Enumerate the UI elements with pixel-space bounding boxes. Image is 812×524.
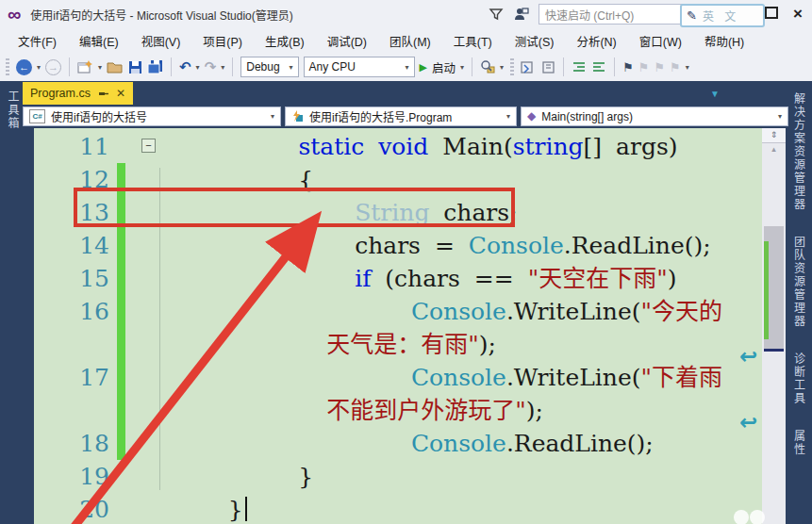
change-tracking-bar xyxy=(117,361,125,394)
back-dropdown-icon[interactable]: ▾ xyxy=(37,63,41,72)
undo-dropdown-icon[interactable]: ▾ xyxy=(196,63,200,72)
maximize-button[interactable] xyxy=(763,7,780,22)
uncomment-icon[interactable] xyxy=(540,60,555,74)
new-dropdown-icon[interactable]: ▾ xyxy=(98,63,102,72)
annotation-highlight-box xyxy=(74,188,515,227)
close-button[interactable]: × xyxy=(789,5,806,24)
open-file-icon[interactable] xyxy=(107,60,124,74)
pin-icon[interactable] xyxy=(98,89,108,99)
code-text: Console.WriteLine("今天的 xyxy=(129,295,722,328)
menu-item-0[interactable]: 文件(F) xyxy=(8,28,67,54)
right-tab-2[interactable]: 诊断工具 xyxy=(791,349,807,409)
menu-item-2[interactable]: 视图(V) xyxy=(131,28,191,54)
navigate-forward-icon[interactable]: → xyxy=(45,59,61,75)
member-dropdown-icon: ▾ xyxy=(778,112,782,121)
find-dropdown-icon[interactable]: ▾ xyxy=(500,63,504,72)
ime-logo-icon: ✎ xyxy=(687,8,697,23)
menu-item-11[interactable]: 帮助(H) xyxy=(694,28,754,54)
clear-bookmarks-icon[interactable]: ⚑ xyxy=(670,60,681,74)
modified-lines-marker xyxy=(764,241,769,339)
separator xyxy=(171,57,172,76)
tab-label: Program.cs xyxy=(30,87,91,100)
change-tracking-bar xyxy=(117,460,125,493)
toggle-bookmark-icon[interactable]: ⚑ xyxy=(622,60,634,74)
code-line[interactable]: 14 chars = Console.ReadLine(); xyxy=(34,229,762,262)
menu-items: 文件(F)编辑(E)视图(V)项目(P)生成(B)调试(D)团队(M)工具(T)… xyxy=(0,28,754,54)
ime-indicator[interactable]: ✎ 英 文 xyxy=(680,4,765,27)
code-text: static void Main(string[] args) xyxy=(129,130,677,163)
solution-configuration-select[interactable]: Debug ▾ xyxy=(240,57,298,77)
splitter-handle-icon[interactable]: ⇕ xyxy=(762,128,786,143)
code-line[interactable]: 16 Console.WriteLine("今天的 xyxy=(34,295,762,328)
toolbar-grip-handle[interactable] xyxy=(510,58,514,75)
decrease-indent-icon[interactable] xyxy=(572,60,587,74)
code-line[interactable]: 天气是：有雨"); xyxy=(34,328,762,361)
right-tool-tabs: 解决方案资源管理器团队资源管理器诊断工具属性 xyxy=(786,81,812,524)
toolbar-grip-handle[interactable] xyxy=(6,58,9,75)
toolbar-overflow-icon[interactable]: ▾ xyxy=(686,63,689,72)
word-wrap-return-icon: ↩ xyxy=(739,344,757,369)
comment-out-icon[interactable] xyxy=(521,60,536,74)
menu-item-7[interactable]: 工具(T) xyxy=(443,28,503,54)
outline-collapse-icon[interactable]: − xyxy=(141,139,156,153)
project-dropdown-icon: ▾ xyxy=(271,112,274,121)
redo-icon[interactable]: ↷ xyxy=(205,58,217,75)
code-line[interactable]: 17 Console.WriteLine("下着雨 xyxy=(34,361,762,394)
right-tab-0[interactable]: 解决方案资源管理器 xyxy=(791,89,807,215)
project-dropdown[interactable]: C# 使用if语句的大括号 ▾ xyxy=(23,106,281,126)
menu-item-9[interactable]: 分析(N) xyxy=(566,28,626,54)
save-all-icon[interactable] xyxy=(147,59,163,74)
menu-item-6[interactable]: 团队(M) xyxy=(379,28,441,54)
menu-item-3[interactable]: 项目(P) xyxy=(192,28,253,54)
menu-item-8[interactable]: 测试(S) xyxy=(505,28,565,54)
start-dropdown-icon[interactable]: ▾ xyxy=(460,63,464,72)
change-tracking-bar xyxy=(117,130,125,163)
change-tracking-bar xyxy=(117,229,125,262)
watermark-dot xyxy=(734,510,749,524)
toolbar: ← ▾ → ▾ ↶ ▾ ↷ ▾ Debug ▾ Any CPU ▾ ▶ 启动 ▾… xyxy=(0,53,812,81)
code-line[interactable]: 19 } xyxy=(34,460,762,493)
increase-indent-icon[interactable] xyxy=(591,60,606,74)
tab-close-icon[interactable]: ✕ xyxy=(116,87,125,100)
separator xyxy=(563,57,564,76)
code-line[interactable]: 20 } xyxy=(34,493,762,524)
code-line[interactable]: 不能到户外游玩了"); xyxy=(34,394,762,427)
feedback-person-icon[interactable] xyxy=(513,7,529,22)
right-tab-1[interactable]: 团队资源管理器 xyxy=(791,232,807,332)
separator xyxy=(69,57,70,76)
menu-item-5[interactable]: 调试(D) xyxy=(317,28,377,54)
undo-icon[interactable]: ↶ xyxy=(179,58,191,75)
type-dropdown[interactable]: 使用if语句的大括号.Program ▾ xyxy=(285,106,517,126)
code-line[interactable]: 15 if (chars == "天空在下雨") xyxy=(34,262,762,295)
title-bar: ∞ 使用if语句的大括号 - Microsoft Visual Studio(管… xyxy=(0,0,812,28)
navigate-back-icon[interactable]: ← xyxy=(16,59,32,75)
start-debug-label[interactable]: 启动 xyxy=(432,58,456,76)
next-bookmark-icon[interactable]: ⚑ xyxy=(654,60,665,74)
separator xyxy=(472,57,472,76)
prev-bookmark-icon[interactable]: ⚑ xyxy=(638,60,650,74)
class-icon xyxy=(291,110,304,123)
feedback-funnel-icon[interactable] xyxy=(489,7,504,22)
change-tracking-bar xyxy=(117,493,125,524)
scroll-up-icon[interactable]: ▴ xyxy=(762,144,786,154)
start-debug-icon[interactable]: ▶ xyxy=(420,61,427,74)
sidebar-tab-toolbox[interactable]: 工具箱 xyxy=(0,85,21,136)
code-line[interactable]: 18 Console.ReadLine(); xyxy=(34,427,762,460)
navbar-collapse-icon[interactable]: ▼ xyxy=(710,89,720,99)
member-dropdown[interactable]: ◆ Main(string[] args) ▾ xyxy=(521,106,788,126)
code-text: } xyxy=(129,460,313,493)
vertical-scrollbar[interactable]: ⇕ ▴ xyxy=(762,128,786,524)
right-tab-3[interactable]: 属性 xyxy=(791,426,807,460)
menu-item-4[interactable]: 生成(B) xyxy=(255,28,315,54)
text-caret xyxy=(245,497,247,521)
menu-item-10[interactable]: 窗口(W) xyxy=(629,28,692,54)
tab-program-cs[interactable]: Program.cs ✕ xyxy=(23,82,133,105)
find-in-code-icon[interactable] xyxy=(480,59,495,74)
redo-dropdown-icon[interactable]: ▾ xyxy=(221,63,224,72)
new-project-icon[interactable] xyxy=(77,59,93,74)
menu-item-1[interactable]: 编辑(E) xyxy=(69,28,129,54)
solution-platform-select[interactable]: Any CPU ▾ xyxy=(304,57,415,77)
line-number: 15 xyxy=(34,262,117,295)
save-icon[interactable] xyxy=(128,60,142,74)
change-tracking-bar xyxy=(117,262,125,295)
